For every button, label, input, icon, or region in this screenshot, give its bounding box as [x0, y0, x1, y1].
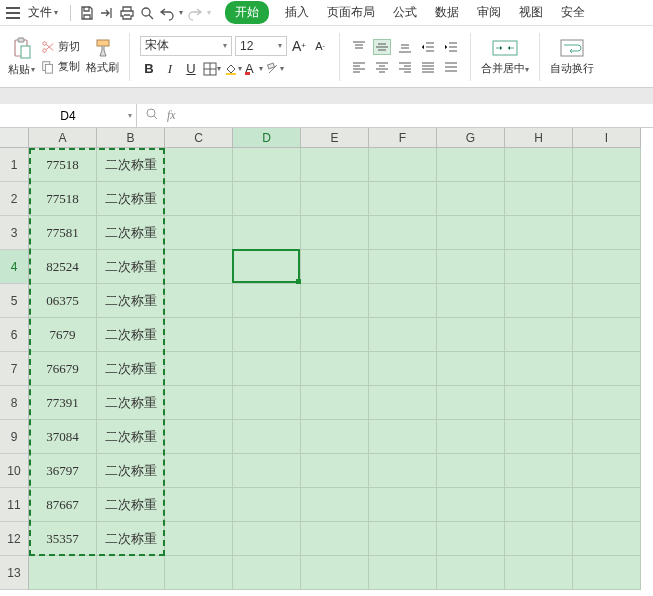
- file-menu[interactable]: 文件 ▾: [24, 2, 62, 23]
- cell[interactable]: [573, 318, 641, 352]
- cell[interactable]: [233, 352, 301, 386]
- align-bottom-icon[interactable]: [396, 39, 414, 55]
- col-header-H[interactable]: H: [505, 128, 573, 148]
- row-header[interactable]: 12: [0, 522, 29, 556]
- cell[interactable]: [573, 352, 641, 386]
- copy-button[interactable]: 复制: [39, 58, 82, 75]
- cell[interactable]: [301, 318, 369, 352]
- cell[interactable]: 二次称重: [97, 522, 165, 556]
- cell[interactable]: [437, 420, 505, 454]
- cell[interactable]: [233, 182, 301, 216]
- merge-center-button[interactable]: 合并居中▾: [481, 38, 529, 76]
- cell[interactable]: 二次称重: [97, 182, 165, 216]
- cell[interactable]: [301, 386, 369, 420]
- align-distribute-icon[interactable]: [442, 59, 460, 75]
- cell[interactable]: [573, 556, 641, 590]
- cell[interactable]: 77518: [29, 182, 97, 216]
- cell[interactable]: 77518: [29, 148, 97, 182]
- redo-dropdown[interactable]: ▾: [207, 8, 211, 17]
- cell[interactable]: [437, 182, 505, 216]
- row-header[interactable]: 7: [0, 352, 29, 386]
- cell[interactable]: [437, 318, 505, 352]
- cell[interactable]: 06375: [29, 284, 97, 318]
- cell[interactable]: [505, 386, 573, 420]
- cell[interactable]: [301, 488, 369, 522]
- cell[interactable]: [233, 318, 301, 352]
- cell[interactable]: [233, 420, 301, 454]
- cell[interactable]: [437, 522, 505, 556]
- select-all-corner[interactable]: [0, 128, 29, 148]
- fill-color-button[interactable]: ▾: [224, 60, 242, 78]
- font-size-select[interactable]: 12▾: [235, 36, 287, 56]
- fx-icon[interactable]: fx: [167, 108, 176, 123]
- cell[interactable]: [573, 454, 641, 488]
- cell[interactable]: 77391: [29, 386, 97, 420]
- tab-开始[interactable]: 开始: [225, 1, 269, 24]
- align-justify-icon[interactable]: [419, 59, 437, 75]
- cell[interactable]: [573, 522, 641, 556]
- cell[interactable]: [369, 386, 437, 420]
- row-header[interactable]: 4: [0, 250, 29, 284]
- cell[interactable]: [165, 488, 233, 522]
- row-header[interactable]: 2: [0, 182, 29, 216]
- cell[interactable]: 二次称重: [97, 454, 165, 488]
- cell[interactable]: [369, 352, 437, 386]
- cell[interactable]: [369, 522, 437, 556]
- cell[interactable]: [573, 250, 641, 284]
- cell[interactable]: 二次称重: [97, 318, 165, 352]
- preview-icon[interactable]: [139, 5, 155, 21]
- cell[interactable]: [505, 318, 573, 352]
- cell[interactable]: [573, 386, 641, 420]
- row-header[interactable]: 13: [0, 556, 29, 590]
- cell[interactable]: 二次称重: [97, 148, 165, 182]
- cell[interactable]: 76679: [29, 352, 97, 386]
- cell[interactable]: [369, 454, 437, 488]
- cell[interactable]: [505, 556, 573, 590]
- tab-页面布局[interactable]: 页面布局: [325, 0, 377, 25]
- print-icon[interactable]: [119, 5, 135, 21]
- cell[interactable]: [505, 454, 573, 488]
- cell[interactable]: [301, 454, 369, 488]
- cell[interactable]: [301, 216, 369, 250]
- cell[interactable]: [165, 182, 233, 216]
- underline-button[interactable]: U: [182, 60, 200, 78]
- cell[interactable]: [301, 250, 369, 284]
- cell[interactable]: 二次称重: [97, 250, 165, 284]
- increase-font-icon[interactable]: A+: [290, 37, 308, 55]
- cell[interactable]: [505, 352, 573, 386]
- cell[interactable]: [369, 182, 437, 216]
- cell[interactable]: [165, 284, 233, 318]
- col-header-D[interactable]: D: [233, 128, 301, 148]
- cell[interactable]: 82524: [29, 250, 97, 284]
- cell[interactable]: [437, 352, 505, 386]
- cell[interactable]: [573, 216, 641, 250]
- cell[interactable]: 二次称重: [97, 352, 165, 386]
- formula-input[interactable]: [184, 104, 653, 127]
- increase-indent-icon[interactable]: [442, 39, 460, 55]
- cell[interactable]: [233, 488, 301, 522]
- align-right-icon[interactable]: [396, 59, 414, 75]
- name-box-input[interactable]: [0, 109, 136, 123]
- row-header[interactable]: 11: [0, 488, 29, 522]
- cell[interactable]: [505, 488, 573, 522]
- cell[interactable]: 二次称重: [97, 386, 165, 420]
- col-header-E[interactable]: E: [301, 128, 369, 148]
- cell[interactable]: [233, 454, 301, 488]
- cell[interactable]: [97, 556, 165, 590]
- cell[interactable]: [505, 420, 573, 454]
- cell[interactable]: [573, 420, 641, 454]
- cell[interactable]: [301, 556, 369, 590]
- cell[interactable]: [573, 182, 641, 216]
- col-header-C[interactable]: C: [165, 128, 233, 148]
- align-top-icon[interactable]: [350, 39, 368, 55]
- save-icon[interactable]: [79, 5, 95, 21]
- tab-公式[interactable]: 公式: [391, 0, 419, 25]
- cell[interactable]: [301, 148, 369, 182]
- cell[interactable]: [437, 216, 505, 250]
- align-middle-icon[interactable]: [373, 39, 391, 55]
- row-header[interactable]: 1: [0, 148, 29, 182]
- font-color-button[interactable]: A▾: [245, 60, 263, 78]
- cell[interactable]: [437, 250, 505, 284]
- cell[interactable]: 77581: [29, 216, 97, 250]
- cell[interactable]: [301, 522, 369, 556]
